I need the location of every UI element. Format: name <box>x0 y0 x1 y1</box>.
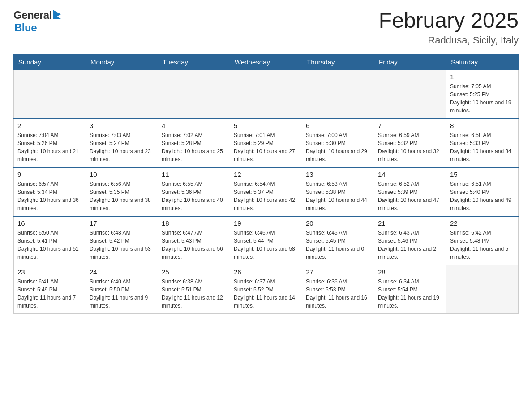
day-info: Sunrise: 6:36 AM Sunset: 5:53 PM Dayligh… <box>306 278 370 310</box>
calendar-day-header: Wednesday <box>230 54 302 70</box>
day-info: Sunrise: 6:46 AM Sunset: 5:44 PM Dayligh… <box>234 229 298 261</box>
day-info: Sunrise: 7:05 AM Sunset: 5:25 PM Dayligh… <box>450 82 515 115</box>
day-info: Sunrise: 6:50 AM Sunset: 5:41 PM Dayligh… <box>17 229 82 261</box>
day-info: Sunrise: 7:01 AM Sunset: 5:29 PM Dayligh… <box>234 131 298 163</box>
day-number: 14 <box>378 171 442 178</box>
day-info: Sunrise: 6:52 AM Sunset: 5:39 PM Dayligh… <box>378 180 442 212</box>
calendar-table: SundayMondayTuesdayWednesdayThursdayFrid… <box>13 54 519 314</box>
calendar-day-cell: 18Sunrise: 6:47 AM Sunset: 5:43 PM Dayli… <box>158 216 230 265</box>
day-number: 9 <box>17 171 82 178</box>
calendar-day-cell: 15Sunrise: 6:51 AM Sunset: 5:40 PM Dayli… <box>446 167 519 216</box>
calendar-day-cell <box>86 70 158 119</box>
calendar-day-header: Thursday <box>302 54 374 70</box>
day-number: 11 <box>162 171 226 178</box>
day-info: Sunrise: 6:59 AM Sunset: 5:32 PM Dayligh… <box>378 131 442 163</box>
calendar-day-cell: 12Sunrise: 6:54 AM Sunset: 5:37 PM Dayli… <box>230 167 302 216</box>
day-info: Sunrise: 7:04 AM Sunset: 5:26 PM Dayligh… <box>17 131 82 163</box>
calendar-day-cell: 1Sunrise: 7:05 AM Sunset: 5:25 PM Daylig… <box>446 70 519 119</box>
title-block: February 2025 Raddusa, Sicily, Italy <box>379 9 519 46</box>
day-info: Sunrise: 7:03 AM Sunset: 5:27 PM Dayligh… <box>90 131 154 163</box>
day-number: 16 <box>17 219 82 227</box>
calendar-day-cell: 13Sunrise: 6:53 AM Sunset: 5:38 PM Dayli… <box>302 167 374 216</box>
day-number: 21 <box>378 219 442 227</box>
day-number: 13 <box>306 171 370 178</box>
calendar-day-cell: 4Sunrise: 7:02 AM Sunset: 5:28 PM Daylig… <box>158 119 230 167</box>
day-number: 20 <box>306 219 370 227</box>
logo-triangle-icon <box>53 10 61 19</box>
calendar-day-cell: 26Sunrise: 6:37 AM Sunset: 5:52 PM Dayli… <box>230 265 302 314</box>
day-info: Sunrise: 6:45 AM Sunset: 5:45 PM Dayligh… <box>306 229 370 261</box>
day-info: Sunrise: 6:41 AM Sunset: 5:49 PM Dayligh… <box>17 278 82 310</box>
day-number: 24 <box>90 268 154 276</box>
day-number: 23 <box>17 268 82 276</box>
day-info: Sunrise: 6:57 AM Sunset: 5:34 PM Dayligh… <box>17 180 82 212</box>
calendar-week-row: 1Sunrise: 7:05 AM Sunset: 5:25 PM Daylig… <box>14 70 519 119</box>
calendar-day-cell: 19Sunrise: 6:46 AM Sunset: 5:44 PM Dayli… <box>230 216 302 265</box>
day-info: Sunrise: 6:51 AM Sunset: 5:40 PM Dayligh… <box>450 180 515 212</box>
calendar-day-cell: 21Sunrise: 6:43 AM Sunset: 5:46 PM Dayli… <box>374 216 446 265</box>
day-number: 10 <box>90 171 154 178</box>
day-number: 8 <box>450 122 515 129</box>
day-info: Sunrise: 6:54 AM Sunset: 5:37 PM Dayligh… <box>234 180 298 212</box>
day-info: Sunrise: 6:48 AM Sunset: 5:42 PM Dayligh… <box>90 229 154 261</box>
day-number: 3 <box>90 122 154 129</box>
calendar-day-cell: 7Sunrise: 6:59 AM Sunset: 5:32 PM Daylig… <box>374 119 446 167</box>
calendar-day-header: Friday <box>374 54 446 70</box>
day-number: 18 <box>162 219 226 227</box>
calendar-day-cell: 10Sunrise: 6:56 AM Sunset: 5:35 PM Dayli… <box>86 167 158 216</box>
calendar-day-cell: 11Sunrise: 6:55 AM Sunset: 5:36 PM Dayli… <box>158 167 230 216</box>
calendar-day-cell <box>302 70 374 119</box>
day-number: 27 <box>306 268 370 276</box>
calendar-day-cell: 24Sunrise: 6:40 AM Sunset: 5:50 PM Dayli… <box>86 265 158 314</box>
page-header: General Blue February 2025 Raddusa, Sici… <box>13 9 519 46</box>
calendar-day-cell: 3Sunrise: 7:03 AM Sunset: 5:27 PM Daylig… <box>86 119 158 167</box>
calendar-day-cell: 22Sunrise: 6:42 AM Sunset: 5:48 PM Dayli… <box>446 216 519 265</box>
day-number: 2 <box>17 122 82 129</box>
location: Raddusa, Sicily, Italy <box>379 34 519 46</box>
day-number: 12 <box>234 171 298 178</box>
calendar-header-row: SundayMondayTuesdayWednesdayThursdayFrid… <box>14 54 519 70</box>
calendar-day-cell: 17Sunrise: 6:48 AM Sunset: 5:42 PM Dayli… <box>86 216 158 265</box>
day-number: 7 <box>378 122 442 129</box>
calendar-day-cell <box>374 70 446 119</box>
calendar-day-cell <box>158 70 230 119</box>
day-number: 15 <box>450 171 515 178</box>
day-number: 28 <box>378 268 442 276</box>
logo-blue-text: Blue <box>14 21 37 34</box>
day-info: Sunrise: 6:55 AM Sunset: 5:36 PM Dayligh… <box>162 180 226 212</box>
calendar-day-cell: 25Sunrise: 6:38 AM Sunset: 5:51 PM Dayli… <box>158 265 230 314</box>
calendar-day-cell <box>14 70 86 119</box>
calendar-week-row: 2Sunrise: 7:04 AM Sunset: 5:26 PM Daylig… <box>14 119 519 167</box>
logo: General Blue <box>13 9 61 34</box>
day-info: Sunrise: 6:43 AM Sunset: 5:46 PM Dayligh… <box>378 229 442 261</box>
day-info: Sunrise: 6:40 AM Sunset: 5:50 PM Dayligh… <box>90 278 154 310</box>
calendar-day-cell: 23Sunrise: 6:41 AM Sunset: 5:49 PM Dayli… <box>14 265 86 314</box>
calendar-day-header: Monday <box>86 54 158 70</box>
day-info: Sunrise: 6:58 AM Sunset: 5:33 PM Dayligh… <box>450 131 515 163</box>
day-info: Sunrise: 6:53 AM Sunset: 5:38 PM Dayligh… <box>306 180 370 212</box>
month-title: February 2025 <box>379 9 519 33</box>
day-info: Sunrise: 6:42 AM Sunset: 5:48 PM Dayligh… <box>450 229 515 261</box>
calendar-week-row: 23Sunrise: 6:41 AM Sunset: 5:49 PM Dayli… <box>14 265 519 314</box>
calendar-day-cell: 5Sunrise: 7:01 AM Sunset: 5:29 PM Daylig… <box>230 119 302 167</box>
calendar-day-cell: 16Sunrise: 6:50 AM Sunset: 5:41 PM Dayli… <box>14 216 86 265</box>
calendar-day-cell: 28Sunrise: 6:34 AM Sunset: 5:54 PM Dayli… <box>374 265 446 314</box>
calendar-day-cell <box>446 265 519 314</box>
day-number: 6 <box>306 122 370 129</box>
calendar-day-cell: 8Sunrise: 6:58 AM Sunset: 5:33 PM Daylig… <box>446 119 519 167</box>
logo-general-text: General <box>13 9 52 21</box>
day-number: 25 <box>162 268 226 276</box>
day-number: 26 <box>234 268 298 276</box>
calendar-day-cell: 2Sunrise: 7:04 AM Sunset: 5:26 PM Daylig… <box>14 119 86 167</box>
calendar-day-cell: 27Sunrise: 6:36 AM Sunset: 5:53 PM Dayli… <box>302 265 374 314</box>
day-info: Sunrise: 6:38 AM Sunset: 5:51 PM Dayligh… <box>162 278 226 310</box>
calendar-day-cell: 6Sunrise: 7:00 AM Sunset: 5:30 PM Daylig… <box>302 119 374 167</box>
calendar-day-cell: 20Sunrise: 6:45 AM Sunset: 5:45 PM Dayli… <box>302 216 374 265</box>
day-number: 5 <box>234 122 298 129</box>
day-info: Sunrise: 6:34 AM Sunset: 5:54 PM Dayligh… <box>378 278 442 310</box>
day-info: Sunrise: 7:00 AM Sunset: 5:30 PM Dayligh… <box>306 131 370 163</box>
day-number: 1 <box>450 73 515 81</box>
day-number: 17 <box>90 219 154 227</box>
day-info: Sunrise: 6:37 AM Sunset: 5:52 PM Dayligh… <box>234 278 298 310</box>
calendar-week-row: 9Sunrise: 6:57 AM Sunset: 5:34 PM Daylig… <box>14 167 519 216</box>
